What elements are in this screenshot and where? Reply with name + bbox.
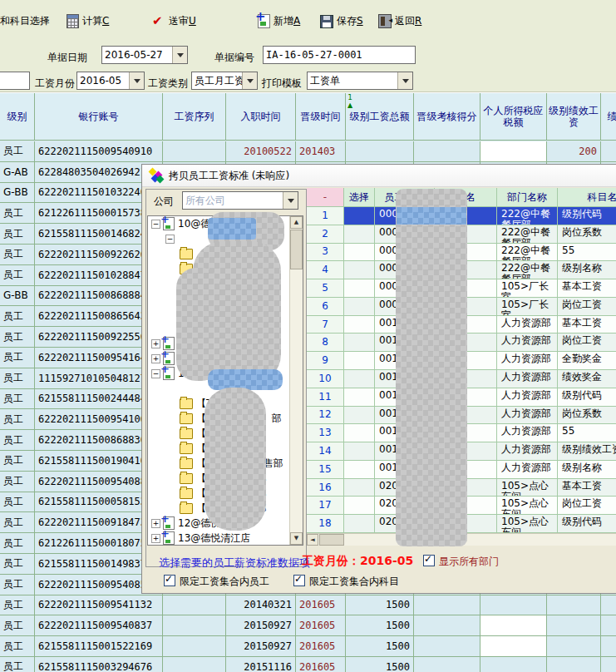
dialog-cell-dept: 105>厂长室 — [497, 279, 558, 298]
limit-employees-option[interactable]: 限定工资集合内员工 — [164, 575, 269, 589]
tree-item[interactable]: +13@德悦清江店 — [148, 531, 293, 546]
cell-perf — [547, 615, 601, 636]
expand-icon[interactable]: + — [151, 339, 160, 348]
cutoff-input[interactable] — [0, 72, 30, 90]
dialog-cell-sel — [344, 352, 375, 370]
dialog-cell-num: 1 — [307, 207, 344, 225]
copy-standard-icon — [149, 169, 164, 182]
dialog-cell-dept: 人力资源部 — [497, 424, 558, 442]
column-header-hire[interactable]: 入职时间 — [226, 93, 296, 141]
company-icon — [163, 352, 175, 365]
column-header-account[interactable]: 银行账号 — [35, 93, 163, 141]
tree-scrollbar[interactable]: ▲ ▼ — [289, 216, 303, 545]
cell-total — [346, 141, 414, 162]
scroll-down-button[interactable]: ▼ — [290, 532, 303, 545]
company-icon — [163, 531, 175, 545]
doc-no-input[interactable]: IA-16-05-27-0001 — [263, 46, 416, 64]
scroll-up-button[interactable]: ▲ — [290, 216, 303, 229]
salary-type-combo[interactable]: 员工月工资 — [191, 72, 258, 90]
cell-account: 6222021115009540910 — [35, 141, 163, 162]
toolbar-label: 保存S — [337, 14, 363, 28]
chevron-down-icon — [134, 79, 140, 83]
collapse-icon[interactable]: − — [151, 369, 160, 378]
table-row[interactable]: 员工6222021115009541132201403212016051500 — [0, 595, 616, 616]
cell-level: 员工 — [0, 327, 35, 348]
dialog-cell-num: 2 — [307, 225, 344, 244]
cell-level: 员工 — [0, 348, 35, 368]
dialog-cell-subject: 基本工资 — [558, 316, 616, 334]
month-label: 工资月份： — [302, 554, 360, 567]
doc-date-dropdown-button[interactable] — [172, 47, 187, 63]
dialog-cell-dept: 105>点心车间 — [497, 497, 558, 515]
dialog-column-header-dept[interactable]: 部门名称 — [497, 188, 558, 207]
column-header-perf2[interactable]: 绩效 — [601, 93, 616, 141]
column-header-level[interactable]: 级别 — [0, 93, 35, 141]
salary-month-dropdown-button[interactable] — [129, 72, 144, 89]
toolbar-button-subject-select[interactable]: 和科目选择 — [0, 14, 50, 28]
show-all-depts-checkbox[interactable] — [423, 555, 435, 566]
dialog-cell-sel — [344, 225, 375, 244]
cell-score — [414, 636, 480, 657]
column-header-seq[interactable]: 工资序列 — [163, 93, 226, 141]
dialog-cell-dept: 人力资源部 — [497, 388, 558, 407]
scroll-left-button[interactable]: ◄ — [307, 534, 318, 546]
column-header-tax[interactable]: 个人所得税应税额 — [480, 93, 547, 141]
column-header-score[interactable]: 晋级考核得分 — [414, 93, 480, 141]
column-header-promote[interactable]: 晋级时间 — [296, 93, 346, 141]
toolbar-button-calculate[interactable]: 计算C — [67, 14, 109, 28]
expand-icon[interactable]: + — [151, 519, 160, 528]
collapse-icon[interactable]: − — [165, 235, 175, 244]
cell-seq — [163, 141, 226, 162]
salary-month-combo[interactable]: 2016-05 — [76, 72, 145, 90]
toolbar-button-submit-review[interactable]: 送审U — [152, 14, 196, 28]
limit-employees-checkbox[interactable] — [164, 575, 175, 586]
dialog-cell-sel — [344, 497, 375, 515]
limit-subjects-option[interactable]: 限定工资集合内科目 — [293, 575, 399, 589]
dialog-cell-sel — [344, 442, 375, 461]
collapse-icon[interactable]: − — [151, 220, 160, 229]
table-row[interactable]: 员工6222021115009540837201509272016051500 — [0, 615, 616, 636]
company-dropdown-button[interactable] — [283, 192, 298, 209]
cell-hire: 20151116 — [226, 657, 296, 672]
toolbar-button-save[interactable]: 保存S — [320, 14, 363, 28]
folder-icon — [180, 413, 193, 424]
cell-hire: 20100522 — [226, 141, 296, 162]
limit-subjects-checkbox[interactable] — [293, 575, 305, 586]
toolbar-button-return[interactable]: 返回R — [378, 14, 421, 28]
cell-level: 员工 — [0, 575, 35, 595]
table-row[interactable]: 员工6215581115003294676201511162016051500 — [0, 657, 616, 672]
dialog-cell-sel — [344, 370, 375, 388]
print-template-dropdown-button[interactable] — [397, 72, 412, 89]
salary-type-dropdown-button[interactable] — [242, 72, 257, 89]
dialog-cell-num: 18 — [307, 515, 344, 533]
doc-date-combo[interactable]: 2016-05-27 — [101, 46, 188, 64]
cell-promote: 201605 — [296, 636, 346, 657]
dialog-column-header-sel[interactable]: 选择 — [344, 188, 375, 207]
company-combo[interactable]: 所有公司 — [182, 191, 298, 210]
dialog-cell-subject: 55 — [558, 244, 616, 262]
scroll-thumb[interactable] — [319, 534, 344, 546]
dialog-column-header-subject[interactable]: 科目名称 — [558, 188, 616, 207]
dialog-cell-subject: 基本工资 — [558, 279, 616, 298]
dialog-cell-num: 10 — [307, 370, 344, 388]
show-all-depts-option[interactable]: 显示所有部门 — [423, 555, 499, 569]
expand-icon[interactable]: + — [151, 354, 160, 363]
toolbar-button-new[interactable]: 新增A — [258, 14, 300, 28]
show-all-depts-label: 显示所有部门 — [439, 556, 499, 567]
print-template-combo[interactable]: 工资单 — [307, 72, 413, 90]
expand-icon[interactable]: + — [151, 534, 160, 543]
column-header-total[interactable]: 级别工资总额1▲ — [346, 93, 414, 141]
cell-perf2 — [601, 595, 616, 616]
dialog-cell-dept: 人力资源部 — [497, 370, 558, 388]
table-row[interactable]: 员工622202111500954091020100522201403200 — [0, 141, 616, 162]
column-header-perf[interactable]: 级别绩效工资 — [547, 93, 601, 141]
table-row[interactable]: 员工6215581115001522169201509272016051500 — [0, 636, 616, 657]
dialog-column-header-num[interactable]: - — [307, 188, 344, 207]
scroll-thumb[interactable] — [290, 230, 303, 269]
dialog-cell-num: 15 — [307, 461, 344, 479]
cell-level: 员工 — [0, 203, 35, 224]
dialog-cell-sel — [344, 515, 375, 533]
dialog-titlebar[interactable]: 拷贝员工工资标准 (未响应) — [142, 165, 616, 187]
toolbar-label: 和科目选择 — [0, 14, 50, 28]
cell-level: 员工 — [0, 306, 35, 327]
